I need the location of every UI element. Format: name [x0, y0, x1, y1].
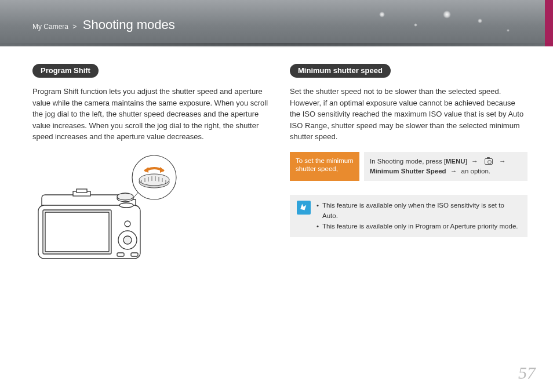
instruction-suffix: an option.	[461, 168, 491, 175]
note-box: This feature is available only when the …	[290, 195, 527, 237]
instruction-pretext: In Shooting mode, press [	[370, 158, 446, 165]
left-column: Program Shift Program Shift function let…	[32, 64, 270, 271]
svg-point-23	[123, 236, 132, 244]
section-heading-program-shift: Program Shift	[32, 64, 99, 78]
arrow-icon: →	[471, 158, 478, 165]
camera-settings-icon	[485, 158, 493, 165]
note-list: This feature is available only when the …	[316, 201, 521, 231]
svg-rect-20	[45, 212, 109, 252]
breadcrumb-root: My Camera	[32, 23, 68, 31]
instruction-row: To set the minimum shutter speed, In Sho…	[290, 152, 527, 182]
svg-point-21	[125, 221, 130, 227]
breadcrumb-separator: >	[72, 23, 77, 31]
arrow-icon: →	[499, 158, 506, 165]
page-title: Shooting modes	[83, 17, 175, 32]
manual-page: My Camera > Shooting modes Program Shift…	[0, 0, 553, 392]
arrow-icon: →	[450, 168, 457, 175]
menu-button-label: MENU	[446, 158, 465, 165]
instruction-body: In Shooting mode, press [MENU] → → Minim…	[364, 152, 527, 182]
note-item: This feature is available only in Progra…	[316, 222, 521, 232]
camera-jog-dial-illustration	[32, 153, 270, 271]
right-column: Minimum shutter speed Set the shutter sp…	[290, 64, 527, 271]
svg-rect-25	[131, 253, 138, 256]
page-number: 57	[518, 363, 536, 383]
svg-point-17	[117, 193, 133, 200]
svg-rect-24	[117, 253, 124, 256]
note-item: This feature is available only when the …	[316, 201, 521, 222]
note-icon	[297, 201, 311, 215]
breadcrumb: My Camera >	[32, 23, 79, 31]
page-header: My Camera > Shooting modes	[0, 0, 553, 46]
section-heading-min-shutter: Minimum shutter speed	[290, 64, 391, 78]
svg-rect-15	[77, 189, 87, 193]
instruction-option: Minimum Shutter Speed	[370, 168, 446, 175]
instruction-close-bracket: ]	[465, 158, 467, 165]
camera-illustration-svg	[32, 153, 183, 269]
instruction-label: To set the minimum shutter speed,	[290, 152, 359, 182]
min-shutter-description: Set the shutter speed not to be slower t…	[290, 86, 527, 143]
svg-point-2	[139, 174, 169, 186]
program-shift-description: Program Shift function lets you adjust t…	[32, 86, 270, 143]
section-color-tab	[545, 0, 553, 46]
svg-point-26	[119, 203, 133, 208]
content-columns: Program Shift Program Shift function let…	[0, 46, 553, 271]
header-sparkle-decoration	[356, 6, 530, 41]
